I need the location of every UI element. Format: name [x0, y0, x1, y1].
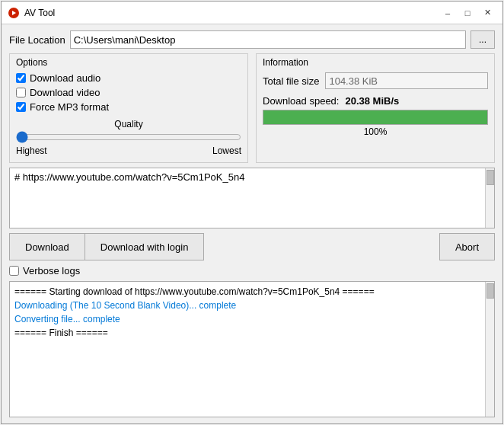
- window-content: File Location ... Options Download audio…: [2, 24, 502, 423]
- progress-bar-fill: [263, 110, 487, 124]
- speed-row: Download speed: 20.38 MiB/s: [263, 95, 488, 107]
- quality-range-labels: Highest Lowest: [16, 145, 241, 156]
- url-textarea[interactable]: # https://www.youtube.com/watch?v=5Cm1Po…: [10, 168, 494, 228]
- progress-bar-container: [263, 110, 488, 125]
- checkbox-video-row: Download video: [16, 87, 241, 98]
- info-title: Information: [263, 57, 488, 68]
- verbose-row: Verbose logs: [9, 265, 495, 276]
- abort-button[interactable]: Abort: [439, 233, 495, 260]
- total-file-size-row: Total file size: [263, 72, 488, 89]
- quality-title: Quality: [114, 119, 142, 129]
- log-text: ====== Starting download of https://www.…: [10, 282, 494, 343]
- url-input-container: # https://www.youtube.com/watch?v=5Cm1Po…: [9, 168, 495, 228]
- url-scrollbar-thumb: [486, 170, 494, 185]
- url-scrollbar[interactable]: [485, 168, 494, 228]
- quality-highest-label: Highest: [16, 145, 47, 156]
- download-audio-checkbox[interactable]: [16, 73, 26, 83]
- log-scrollbar[interactable]: [485, 282, 494, 417]
- log-line-3: Converting file... complete: [14, 314, 120, 324]
- download-button[interactable]: Download: [9, 233, 85, 260]
- quality-slider[interactable]: [16, 131, 241, 143]
- verbose-label: Verbose logs: [23, 265, 80, 276]
- buttons-row: Download Download with login Abort: [9, 233, 495, 260]
- file-location-label: File Location: [9, 34, 65, 46]
- download-audio-label: Download audio: [30, 72, 100, 84]
- browse-button[interactable]: ...: [471, 30, 495, 49]
- download-speed-value: 20.38 MiB/s: [345, 95, 399, 107]
- total-file-size-label: Total file size: [263, 75, 319, 87]
- download-speed-label: Download speed:: [263, 95, 339, 107]
- quality-section: Quality Highest Lowest: [16, 119, 241, 156]
- checkbox-audio-row: Download audio: [16, 72, 241, 84]
- close-button[interactable]: ✕: [478, 5, 496, 21]
- quality-lowest-label: Lowest: [212, 145, 241, 156]
- download-video-label: Download video: [30, 87, 100, 98]
- speed-section: Download speed: 20.38 MiB/s 100%: [263, 95, 488, 137]
- download-with-login-button[interactable]: Download with login: [85, 233, 205, 260]
- file-location-row: File Location ...: [9, 30, 495, 49]
- verbose-checkbox[interactable]: [9, 266, 19, 276]
- options-panel: Options Download audio Download video Fo…: [9, 53, 248, 163]
- maximize-button[interactable]: □: [458, 5, 477, 21]
- checkbox-mp3-row: Force MP3 format: [16, 101, 241, 113]
- log-line-2: Downloading (The 10 Second Blank Video).…: [14, 300, 236, 311]
- main-window: AV Tool – □ ✕ File Location ... Options …: [1, 1, 503, 424]
- options-title: Options: [16, 57, 241, 68]
- total-file-size-value: [325, 72, 488, 89]
- log-scrollbar-thumb: [486, 283, 494, 299]
- log-container: ====== Starting download of https://www.…: [9, 281, 495, 417]
- app-icon: [8, 7, 20, 19]
- info-panel: Information Total file size Download spe…: [256, 53, 495, 163]
- minimize-button[interactable]: –: [439, 5, 457, 21]
- download-video-checkbox[interactable]: [16, 88, 26, 97]
- force-mp3-checkbox[interactable]: [16, 102, 26, 112]
- window-controls: – □ ✕: [439, 5, 496, 21]
- title-bar: AV Tool – □ ✕: [2, 2, 502, 24]
- force-mp3-label: Force MP3 format: [30, 101, 109, 113]
- options-info-panels: Options Download audio Download video Fo…: [9, 53, 495, 163]
- window-title: AV Tool: [24, 8, 439, 18]
- file-location-input[interactable]: [70, 30, 466, 49]
- progress-percent: 100%: [263, 126, 488, 137]
